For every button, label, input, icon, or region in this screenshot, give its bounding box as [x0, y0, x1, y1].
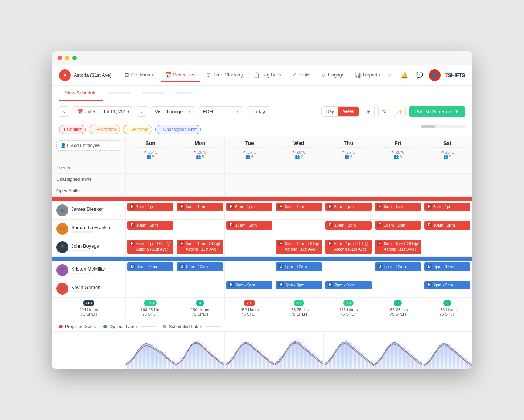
shift-kevin-mon[interactable]: [175, 279, 225, 298]
shift-kevin-tue[interactable]: B2pm - 9pm: [225, 279, 274, 298]
projected-sales-dot: [59, 325, 63, 328]
chart-tue: [225, 332, 274, 369]
today-button[interactable]: Today: [247, 106, 271, 117]
events-section: Events: [52, 162, 126, 174]
shift-samantha-sat[interactable]: F10am - 2pm: [423, 220, 472, 238]
shift-james-sat[interactable]: F6am - 1pm: [423, 201, 472, 220]
clock-icon: ⏱: [206, 72, 211, 78]
shift-samantha-sun[interactable]: F10am - 2pm: [126, 220, 175, 238]
shift-james-wed[interactable]: F6am - 1pm: [274, 201, 324, 220]
shift-john-tue[interactable]: [225, 238, 274, 257]
tab-3[interactable]: [137, 86, 170, 101]
svg-rect-56: [358, 350, 360, 369]
shift-james-thu[interactable]: F6am - 1pm: [324, 201, 373, 220]
svg-rect-78: [449, 344, 451, 369]
edit-button[interactable]: ✎: [378, 106, 390, 117]
tab-4[interactable]: [170, 86, 197, 101]
shift-kristen-tue[interactable]: [225, 261, 274, 279]
shift-john-mon[interactable]: F6am - 1pm FOH @ Astoria (31st Ave): [175, 238, 225, 257]
shift-john-sun[interactable]: F6am - 1pm FOH @ Astoria (31st Ave): [126, 238, 175, 257]
shift-john-fri[interactable]: F6am - 1pm FOH @ Astoria (31st Ave): [373, 238, 423, 257]
chevron-down-icon: ▼: [235, 110, 239, 114]
grid-view-button[interactable]: ⊞: [363, 106, 375, 117]
shift-samantha-mon[interactable]: [175, 220, 225, 238]
shift-james-mon[interactable]: F6am - 1pm: [175, 201, 225, 220]
open-shifts-section: Open Shifts: [52, 185, 126, 197]
shift-john-thu[interactable]: F6am - 1pm FOH @ Astoria (31st Ave): [324, 238, 373, 257]
svg-rect-8: [159, 350, 162, 369]
shift-kevin-sat[interactable]: B2pm - 9pm: [423, 279, 472, 298]
svg-rect-69: [411, 354, 414, 369]
shift-samantha-wed[interactable]: [274, 220, 324, 238]
location-dropdown[interactable]: Vista Lounge ▼: [151, 106, 195, 117]
shift-kevin-sun[interactable]: [126, 279, 175, 298]
svg-rect-11: [172, 361, 175, 369]
tab-2[interactable]: [103, 86, 137, 101]
alerts-bar: 1 Conflict 1 Exception 1 Overtime 1 Unas…: [52, 122, 472, 137]
wed-splh: 75 SPLH: [291, 312, 307, 316]
week-view-button[interactable]: Week: [338, 107, 358, 116]
close-button[interactable]: [58, 56, 62, 60]
shift-john-sat[interactable]: [423, 238, 472, 257]
avatar[interactable]: 👤: [429, 69, 441, 81]
svg-rect-15: [189, 347, 191, 369]
shift-kristen-sun[interactable]: B8pm - 12am: [126, 261, 175, 279]
exception-alert[interactable]: 1 Exception: [89, 125, 120, 134]
department-dropdown[interactable]: FOH ▼: [199, 106, 243, 117]
sun-stat-badge: +10: [144, 300, 157, 306]
shift-kristen-thu[interactable]: [324, 261, 373, 279]
chart-legend: Projected Sales Optimal Labor Scheduled …: [59, 322, 465, 331]
shift-james-tue[interactable]: F6am - 1pm: [225, 201, 274, 220]
sun-hours: 166.25 Hrs: [141, 307, 161, 312]
nav-engage[interactable]: ☺ Engage: [317, 69, 349, 82]
fri-header: Fri ☀ 26°C 👥 9: [373, 137, 423, 162]
unassigned-wed: [274, 174, 324, 185]
notification-icon[interactable]: 🔔: [399, 70, 410, 80]
nav-reports[interactable]: 📊 Reports: [351, 69, 385, 82]
next-week-button[interactable]: ›: [137, 106, 147, 117]
unassigned-alert[interactable]: 1 Unassigned Shift: [155, 125, 201, 134]
day-view-button[interactable]: Day: [322, 107, 338, 116]
sun-icon: ☀: [391, 149, 394, 154]
minimize-button[interactable]: [65, 56, 69, 60]
nav-logbook[interactable]: 📋 Log Book: [249, 69, 286, 82]
shift-kristen-mon[interactable]: B8pm - 12am: [175, 261, 225, 279]
tab-view-schedule[interactable]: View Schedule: [59, 86, 103, 101]
menu-icon[interactable]: ≡: [385, 70, 395, 80]
add-employee-button[interactable]: 👤+ Add Employee: [56, 140, 121, 151]
publish-schedule-button[interactable]: Publish Schedule ▼: [409, 106, 465, 117]
shift-kevin-wed[interactable]: B2pm - 9pm: [274, 279, 324, 298]
shift-kristen-fri[interactable]: B8pm - 12am: [373, 261, 423, 279]
scheduled-labor-legend: Scheduled Labor: [163, 324, 221, 329]
nav-schedules[interactable]: 📅 Schedules: [161, 69, 200, 82]
nav-tasks[interactable]: ✓ Tasks: [288, 69, 315, 82]
shift-samantha-thu[interactable]: F10am - 2pm: [324, 220, 373, 238]
maximize-button[interactable]: [72, 56, 77, 60]
shift-james-sun[interactable]: F6am - 1pm: [126, 201, 175, 220]
shift-kevin-fri[interactable]: [373, 279, 423, 298]
magic-button[interactable]: ✨: [394, 106, 406, 117]
nav-timeclocking[interactable]: ⏱ Time Clocking: [201, 69, 248, 82]
shift-samantha-tue[interactable]: F10am - 2pm: [225, 220, 274, 238]
chat-icon[interactable]: 💬: [414, 70, 424, 80]
events-wed: [274, 162, 324, 174]
shift-kevin-thu[interactable]: B2pm - 9pm: [324, 279, 373, 298]
thu-header: Thu ☀ 26°C 👥 6: [324, 137, 373, 162]
sat-hours: 133 Hours: [438, 307, 457, 312]
sat-stat-badge: 0: [443, 300, 451, 306]
prev-week-button[interactable]: ‹: [59, 106, 69, 117]
conflict-alert[interactable]: 1 Conflict: [59, 125, 86, 134]
nav-dashboard[interactable]: ⊞ Dashboard: [120, 69, 159, 82]
date-range-picker[interactable]: 📅 Jul 5 → Jul 11, 2019: [73, 106, 133, 117]
shift-james-fri[interactable]: F6am - 1pm: [373, 201, 423, 220]
shift-samantha-fri[interactable]: F10am - 2pm: [373, 220, 423, 238]
svg-rect-1: [131, 358, 133, 369]
shift-kristen-sat[interactable]: B8pm - 12am: [423, 261, 472, 279]
fri-hours: 166.25 Hrs: [388, 307, 408, 312]
app-window: ≡ Astoria (31st Ave) ⊞ Dashboard 📅 Sched…: [52, 51, 472, 369]
chart-section: Projected Sales Optimal Labor Scheduled …: [52, 319, 472, 331]
overtime-alert[interactable]: 1 Overtime: [123, 125, 153, 134]
open-sat: [423, 185, 472, 197]
shift-john-wed[interactable]: F6am - 1pm FOH @ Astoria (31st Ave): [274, 238, 324, 257]
shift-kristen-wed[interactable]: B8pm - 12am: [274, 261, 324, 279]
